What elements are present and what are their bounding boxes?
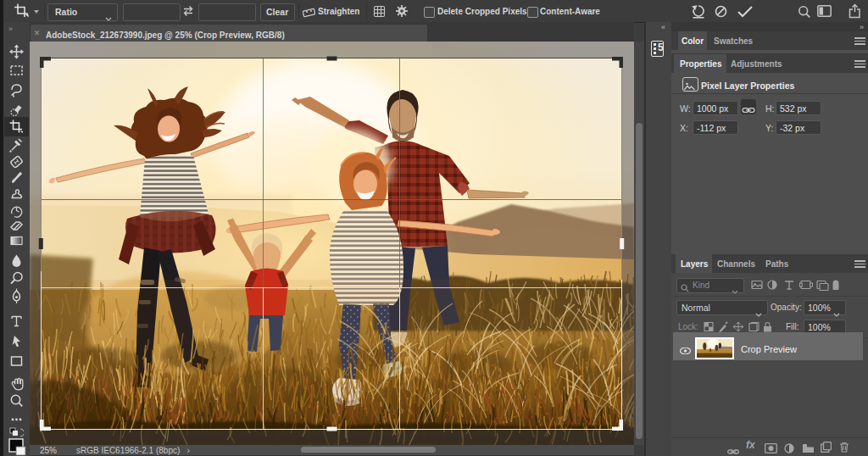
svg-text:»: » bbox=[8, 25, 13, 33]
